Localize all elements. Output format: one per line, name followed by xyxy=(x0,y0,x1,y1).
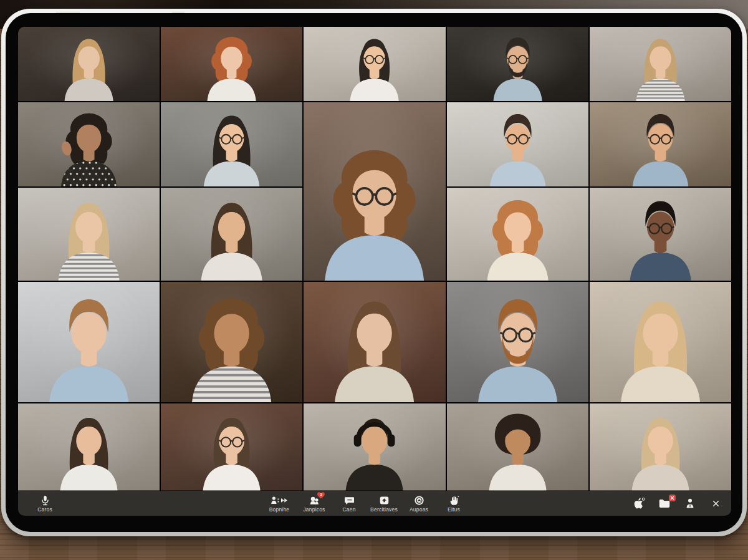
toolbar-button-chat[interactable]: Caen xyxy=(332,491,366,516)
toolbar-label-reactions: Janpicos xyxy=(303,507,325,513)
participant-tile[interactable] xyxy=(18,27,160,101)
participant-tile[interactable] xyxy=(304,102,445,281)
screen-share-icon xyxy=(378,494,390,506)
toolbar-label-share: Bercitiaves xyxy=(370,507,398,513)
microphone-icon xyxy=(39,494,51,506)
folder-icon xyxy=(658,497,671,509)
participant-tile[interactable] xyxy=(161,188,302,281)
participant-tile[interactable] xyxy=(590,27,731,101)
toolbar-button-share[interactable]: Bercitiaves xyxy=(367,491,401,516)
participant-tile[interactable] xyxy=(18,282,160,402)
record-icon xyxy=(413,494,425,506)
participant-tile[interactable] xyxy=(304,403,445,491)
close-icon xyxy=(712,497,720,509)
participant-tile[interactable] xyxy=(161,102,302,187)
scene: Caros Bopnihe 3Janpicos Caen Bercitiaves… xyxy=(0,0,748,560)
tablet: Caros Bopnihe 3Janpicos Caen Bercitiaves… xyxy=(1,9,747,536)
participant-tile[interactable] xyxy=(590,403,731,491)
reactions-icon: 3 xyxy=(309,494,320,506)
participant-tile[interactable] xyxy=(18,102,160,187)
toolbar-center-group: Bopnihe 3Janpicos Caen Bercitiaves Aupoa… xyxy=(262,491,471,516)
toolbar-label-participants: Bopnihe xyxy=(269,507,290,513)
toolbar-label-raise-hand: Eitus xyxy=(448,507,460,513)
toolbar-left-group: Caros xyxy=(28,491,62,516)
toolbar-button-profile[interactable] xyxy=(682,491,698,516)
toolbar-button-apple[interactable] xyxy=(631,491,647,516)
participant-tile[interactable] xyxy=(447,102,588,187)
participant-tile[interactable] xyxy=(161,282,302,402)
microphone-button[interactable]: Caros xyxy=(28,491,62,516)
toolbar-button-reactions[interactable]: 3Janpicos xyxy=(297,491,331,516)
toolbar-right-group xyxy=(631,491,724,516)
participant-tile[interactable] xyxy=(447,188,588,281)
toolbar-button-participants[interactable]: Bopnihe xyxy=(262,491,296,516)
participant-tile[interactable] xyxy=(590,102,731,187)
participant-tile[interactable] xyxy=(447,282,588,402)
participant-tile[interactable] xyxy=(304,27,445,101)
tablet-bezel: Caros Bopnihe 3Janpicos Caen Bercitiaves… xyxy=(6,13,742,532)
chat-bubble-icon xyxy=(343,494,355,506)
participant-tile[interactable] xyxy=(304,282,445,402)
call-toolbar: Caros Bopnihe 3Janpicos Caen Bercitiaves… xyxy=(18,491,731,516)
participant-tile[interactable] xyxy=(447,27,588,101)
toolbar-button-files[interactable] xyxy=(656,491,673,516)
toolbar-button-raise-hand[interactable]: Eitus xyxy=(437,491,471,516)
apple-icon xyxy=(632,497,646,509)
toolbar-button-record[interactable]: Aupoas xyxy=(402,491,436,516)
participant-tile[interactable] xyxy=(18,403,160,491)
participant-tile[interactable] xyxy=(447,403,588,491)
participant-tile[interactable] xyxy=(18,188,160,281)
participant-tile[interactable] xyxy=(590,282,731,402)
participant-grid xyxy=(18,27,731,491)
toolbar-button-close[interactable] xyxy=(707,491,724,516)
participant-tile[interactable] xyxy=(161,403,302,491)
participant-tile[interactable] xyxy=(161,27,302,101)
raise-hand-icon xyxy=(448,494,460,506)
participants-skip-icon xyxy=(270,494,289,506)
toolbar-label-chat: Caen xyxy=(342,507,355,513)
participant-tile[interactable] xyxy=(590,188,731,281)
profile-icon xyxy=(684,497,696,509)
toolbar-label-record: Aupoas xyxy=(410,507,428,513)
microphone-label: Caros xyxy=(37,507,52,513)
video-call-screen: Caros Bopnihe 3Janpicos Caen Bercitiaves… xyxy=(18,27,731,516)
